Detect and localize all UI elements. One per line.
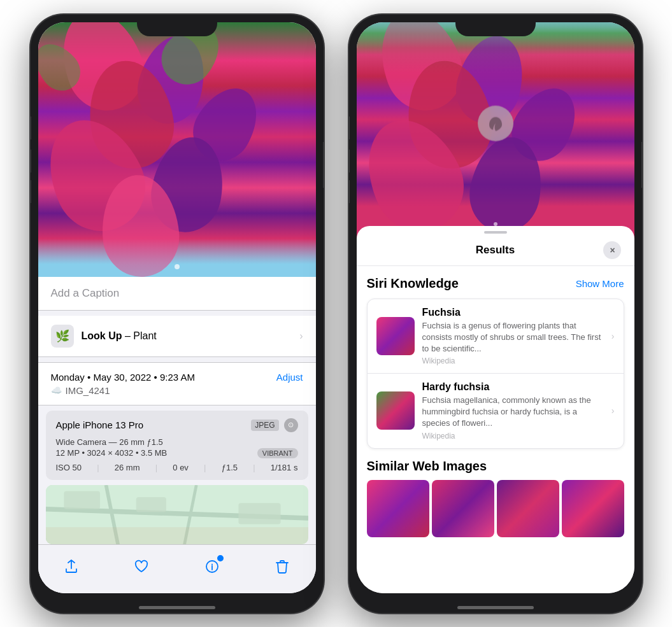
chevron-right-icon: ›	[299, 330, 303, 342]
siri-knowledge-title: Siri Knowledge	[367, 276, 459, 291]
right-screen: Results × Siri Knowledge Show More	[357, 22, 634, 593]
fuchsia-source: Wikipedia	[422, 356, 604, 365]
similar-image-4[interactable]	[562, 480, 624, 537]
vibrant-badge: VIBRANT	[257, 448, 298, 458]
results-content: Siri Knowledge Show More Fuchsia Fuchsia…	[357, 266, 634, 593]
caption-area[interactable]: Add a Caption	[38, 277, 316, 311]
info-panel: Add a Caption 🌿 Look Up – Plant › Monday…	[38, 277, 316, 593]
camera-settings-icon[interactable]: ⊙	[284, 418, 298, 432]
home-bar-right	[457, 606, 534, 609]
focal-length: 26 mm	[115, 463, 140, 472]
results-flower-photo[interactable]	[357, 22, 634, 239]
exif-row: ISO 50 | 26 mm | 0 ev | ƒ1.5 | 1/181 s	[56, 463, 298, 472]
hardy-desc: Fuchsia magellanica, commonly known as t…	[422, 395, 604, 430]
home-bar	[139, 606, 215, 609]
svg-rect-5	[136, 497, 166, 512]
caption-placeholder[interactable]: Add a Caption	[51, 287, 120, 299]
leaf-icon: 🌿	[51, 325, 74, 348]
similar-image-2[interactable]	[432, 480, 494, 537]
lookup-label: Look Up – Plant	[82, 330, 157, 342]
fuchsia-chevron: ›	[611, 331, 615, 341]
delete-button[interactable]	[268, 553, 296, 581]
badge-row: JPEG ⊙	[251, 418, 297, 432]
ev: 0 ev	[173, 463, 189, 472]
camera-section: Apple iPhone 13 Pro JPEG ⊙ Wide Camera —…	[46, 411, 308, 480]
similar-image-1[interactable]	[367, 480, 429, 537]
home-indicator	[31, 601, 324, 613]
hardy-text: Hardy fuchsia Fuchsia magellanica, commo…	[422, 381, 604, 440]
visual-lookup-button[interactable]	[478, 105, 513, 141]
notch-right	[455, 15, 536, 36]
lookup-row[interactable]: 🌿 Look Up – Plant ›	[38, 316, 316, 357]
iso: ISO 50	[56, 463, 82, 472]
left-phone: Add a Caption 🌿 Look Up – Plant › Monday…	[31, 15, 324, 613]
map-section[interactable]	[46, 485, 308, 544]
left-screen: Add a Caption 🌿 Look Up – Plant › Monday…	[38, 22, 316, 593]
close-button[interactable]: ×	[603, 241, 621, 259]
toolbar	[38, 544, 316, 593]
hardy-name: Hardy fuchsia	[422, 381, 604, 393]
photo-indicator	[175, 264, 180, 269]
photo-indicator-right	[494, 222, 497, 226]
fuchsia-thumbnail	[376, 317, 415, 355]
svg-rect-7	[46, 527, 308, 544]
hardy-source: Wikipedia	[422, 432, 604, 440]
results-header: Results ×	[357, 234, 634, 266]
camera-name: Apple iPhone 13 Pro	[56, 419, 144, 430]
siri-knowledge-header: Siri Knowledge Show More	[367, 276, 624, 291]
flower-photo[interactable]	[38, 22, 316, 277]
cloud-icon: ☁️	[51, 385, 62, 395]
hardy-thumbnail	[376, 391, 415, 430]
results-panel: Results × Siri Knowledge Show More	[357, 226, 634, 593]
filename: IMG_4241	[66, 385, 110, 396]
right-phone: Results × Siri Knowledge Show More	[349, 15, 642, 613]
knowledge-card: Fuchsia Fuchsia is a genus of flowering …	[367, 299, 624, 449]
hardy-fuchsia-item[interactable]: Hardy fuchsia Fuchsia magellanica, commo…	[368, 374, 624, 448]
results-title: Results	[476, 244, 515, 257]
aperture: ƒ1.5	[222, 463, 238, 472]
similar-images-row	[367, 480, 624, 537]
info-badge	[216, 554, 225, 563]
fuchsia-desc: Fuchsia is a genus of flowering plants t…	[422, 320, 604, 355]
megapixels: 12 MP • 3024 × 4032 • 3.5 MB	[56, 448, 168, 458]
show-more-button[interactable]: Show More	[576, 278, 624, 289]
fuchsia-text: Fuchsia Fuchsia is a genus of flowering …	[422, 307, 604, 366]
similar-title: Similar Web Images	[367, 459, 624, 474]
similar-section: Similar Web Images	[367, 459, 624, 537]
hardy-chevron: ›	[611, 405, 615, 416]
wide-camera: Wide Camera — 26 mm ƒ1.5	[56, 437, 298, 447]
fuchsia-item[interactable]: Fuchsia Fuchsia is a genus of flowering …	[368, 299, 624, 374]
favorite-button[interactable]	[127, 553, 155, 581]
svg-rect-4	[64, 491, 100, 509]
jpeg-badge: JPEG	[251, 419, 278, 431]
specs-row: 12 MP • 3024 × 4032 • 3.5 MB VIBRANT	[56, 448, 298, 459]
notch	[137, 15, 217, 36]
fuchsia-name: Fuchsia	[422, 307, 604, 318]
date-text: Monday • May 30, 2022 • 9:23 AM	[51, 372, 195, 383]
info-button[interactable]	[198, 553, 226, 581]
shutter: 1/181 s	[271, 463, 298, 472]
svg-rect-6	[238, 503, 280, 524]
adjust-button[interactable]: Adjust	[276, 372, 303, 383]
home-indicator-right	[349, 601, 642, 613]
similar-image-3[interactable]	[497, 480, 559, 537]
metadata-section: Monday • May 30, 2022 • 9:23 AM Adjust ☁…	[38, 362, 316, 405]
share-button[interactable]	[57, 553, 85, 581]
